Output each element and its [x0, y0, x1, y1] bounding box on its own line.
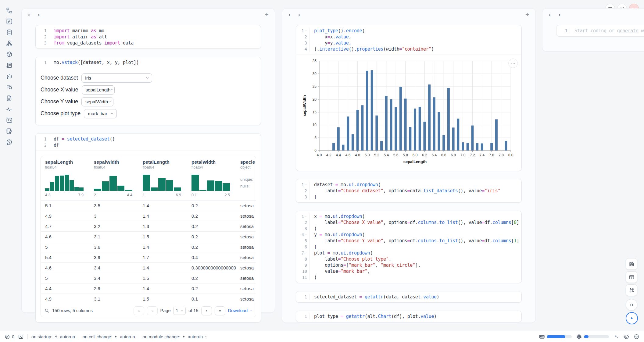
code-editor[interactable]: 1 Start coding or generate with AI — [556, 25, 644, 36]
on-module-change-setting[interactable]: on module change: autorun — [143, 334, 208, 339]
page-count: of 15 — [188, 308, 198, 313]
bot-icon[interactable] — [623, 334, 629, 340]
sidebar-item-package-cube[interactable] — [5, 50, 13, 58]
table-cell: 1.3 — [138, 224, 187, 229]
fold-chevron-icon[interactable] — [305, 30, 307, 32]
table-cell: 4.6 — [41, 234, 90, 239]
fold-chevron-icon[interactable] — [305, 233, 307, 236]
svg-text:6.8: 6.8 — [451, 153, 456, 157]
code-editor[interactable]: 1selected_dataset = getattr(data, datase… — [296, 291, 521, 302]
command-key-button[interactable] — [626, 284, 637, 296]
line-number: 1 — [36, 59, 49, 66]
bar — [428, 84, 431, 151]
sidebar-item-database[interactable] — [5, 28, 13, 36]
generate-ai-link[interactable]: generate — [617, 28, 639, 34]
table-header-row: sepalLengthfloat644.37.9sepalWidthfloat6… — [41, 156, 256, 200]
line-number: 1 — [296, 313, 309, 319]
column-header-sepalLength[interactable]: sepalLengthfloat644.37.9 — [41, 156, 90, 200]
column-prev-button[interactable]: ‹ — [288, 12, 291, 18]
sidebar-item-function-square[interactable] — [5, 17, 13, 25]
column-next-button[interactable]: › — [38, 12, 40, 18]
last-page-button[interactable]: » — [215, 306, 225, 315]
column-prev-button[interactable]: ‹ — [549, 12, 551, 18]
code-editor[interactable]: 1plot_type = getattr(alt.Chart(df), plot… — [296, 311, 521, 322]
column-type: float64 — [94, 165, 138, 169]
fold-chevron-icon[interactable] — [305, 252, 307, 254]
download-button[interactable]: Download — [228, 308, 252, 313]
code-editor[interactable]: 1x = mo.ui.dropdown(2 label="Choose X va… — [296, 211, 521, 283]
column-header-petalLength[interactable]: petalLengthfloat6416.9 — [138, 156, 187, 200]
cell-plot: 1plot_type().encode(2 x=x.value,3 y=y.va… — [296, 25, 522, 171]
terminal-button[interactable] — [18, 334, 24, 340]
dropdown-choose-plot-type[interactable]: mark_bar — [84, 109, 117, 118]
code-line: 9 options=["mark_bar", "mark_circle"], — [296, 262, 521, 268]
fold-chevron-icon[interactable] — [305, 215, 307, 218]
column-header: ‹ › + — [22, 9, 275, 21]
prev-page-button[interactable]: ‹ — [147, 306, 158, 315]
sidebar-item-scratchpad-scroll[interactable] — [5, 61, 13, 69]
code-text: import altair as alt — [49, 34, 107, 40]
sidebar-item-chat-bot[interactable] — [5, 72, 13, 80]
code-editor[interactable]: 1dataset = mo.ui.dropdown(2 label="Choos… — [296, 179, 521, 202]
code-line: 1mo.vstack([dataset, x, y, plot]) — [36, 59, 261, 66]
dropdown-choose-dataset[interactable]: iris — [81, 73, 152, 83]
column-next-button[interactable]: › — [298, 12, 300, 18]
sidebar-item-logs-search[interactable] — [5, 83, 13, 91]
table-cell: 0.2 — [187, 234, 236, 239]
code-editor[interactable]: 1import marimo as mo2import altair as al… — [36, 25, 261, 48]
chart-actions-button[interactable] — [508, 59, 518, 68]
histogram-max: 7.9 — [78, 193, 84, 197]
play-button[interactable] — [626, 312, 638, 324]
column-next-button[interactable]: › — [558, 12, 561, 18]
dropdown-choose-y-value[interactable]: sepalWidth — [81, 97, 113, 106]
sidebar-item-dependency-graph[interactable] — [5, 39, 13, 47]
search-icon[interactable] — [45, 308, 49, 313]
column-header-sepalWidth[interactable]: sepalWidthfloat6424.4 — [90, 156, 138, 200]
error-count-badge[interactable]: 0 — [5, 334, 14, 340]
stop-square-button[interactable] — [626, 299, 637, 311]
code-editor[interactable]: 1mo.vstack([dataset, x, y, plot]) — [36, 57, 261, 68]
floppy-save-button[interactable] — [626, 258, 637, 270]
first-page-button[interactable]: « — [134, 306, 144, 315]
svg-text:4.0: 4.0 — [317, 153, 322, 157]
add-cell-button[interactable]: + — [525, 11, 529, 19]
sidebar-item-file-tree[interactable] — [5, 6, 13, 14]
table-cell: 4.4 — [41, 286, 90, 291]
dropdown-choose-x-value[interactable]: sepalLength — [82, 85, 115, 94]
bar — [490, 143, 493, 151]
connection-status-icon[interactable] — [634, 334, 639, 340]
altair-chart-container[interactable]: 4.04.24.44.64.85.05.25.45.65.86.06.26.46… — [302, 59, 521, 168]
table-cell: setosa — [236, 234, 255, 239]
sidebar-item-document[interactable] — [5, 94, 13, 102]
column-header-species[interactable]: speciesobjectunique:nulls: — [236, 156, 255, 200]
sparkles-icon[interactable] — [613, 334, 619, 340]
add-cell-button[interactable]: + — [265, 11, 269, 19]
on-startup-setting[interactable]: on startup: autorun — [31, 334, 75, 339]
cell-empty: 1 Start coding or generate with AI — [556, 25, 644, 37]
sidebar-item-code-snippets[interactable] — [5, 116, 13, 124]
code-text: ) — [309, 244, 317, 250]
column-header: ‹ › + — [282, 9, 535, 21]
cpu-usage — [576, 334, 609, 340]
bar — [481, 143, 483, 151]
column-header-petalWidth[interactable]: petalWidthfloat640.12.5 — [187, 156, 236, 200]
chevron-down-icon — [205, 335, 208, 338]
table-cell: setosa — [236, 255, 255, 260]
svg-text:7.4: 7.4 — [479, 153, 485, 157]
code-editor[interactable]: 1plot_type().encode(2 x=x.value,3 y=y.va… — [296, 25, 521, 55]
code-editor[interactable]: 1df = selected_dataset()2df — [36, 134, 261, 151]
bar — [452, 127, 455, 151]
code-line: 1plot_type = getattr(alt.Chart(df), plot… — [296, 313, 521, 319]
fold-chevron-icon[interactable] — [305, 183, 307, 186]
on-cell-change-setting[interactable]: on cell change: autorun — [83, 334, 135, 339]
bar-chart[interactable]: 4.04.24.44.64.85.05.25.45.65.86.06.26.46… — [302, 59, 515, 167]
table-row: 4.73.21.30.2setosa — [41, 221, 256, 231]
sidebar-item-activity-pulse[interactable] — [5, 105, 13, 113]
svg-text:5.4: 5.4 — [384, 153, 389, 157]
column-prev-button[interactable]: ‹ — [28, 12, 30, 18]
page-select[interactable]: 1 — [173, 307, 186, 315]
sidebar-item-notebook-edit[interactable] — [5, 127, 13, 135]
next-page-button[interactable]: › — [201, 306, 212, 315]
layout-grid-button[interactable] — [626, 271, 637, 283]
sidebar-item-help-circle[interactable] — [5, 138, 13, 146]
